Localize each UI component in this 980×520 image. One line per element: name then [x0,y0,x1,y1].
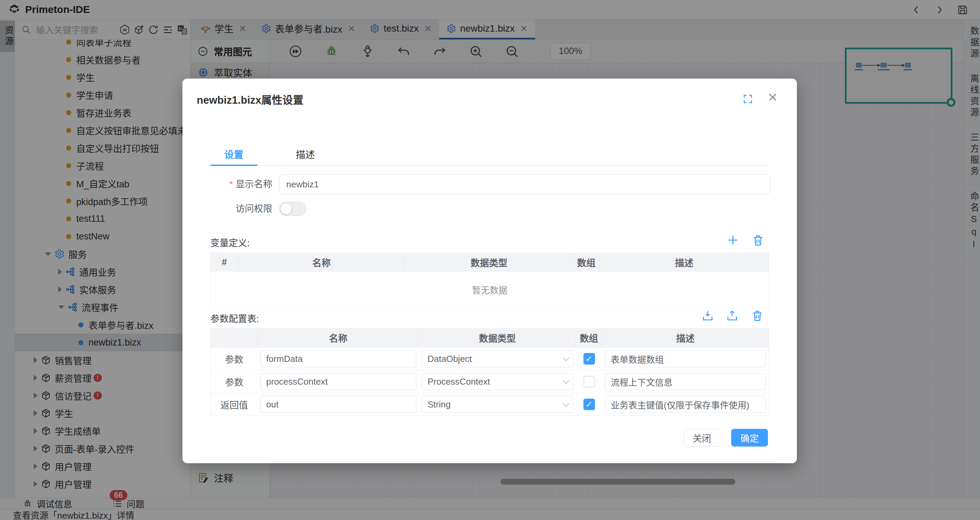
chevron-down-icon [563,377,570,384]
column-header: 名称 [238,253,405,272]
add-variable-icon[interactable] [726,234,739,247]
param-desc-input[interactable]: 表单数据数组 [605,350,766,367]
dialog-tab[interactable]: 描述 [282,145,329,165]
param-name-input[interactable]: out [260,396,416,413]
param-desc-input[interactable]: 流程上下文信息 [605,373,766,390]
param-name-input[interactable]: formData [260,350,416,367]
column-header: 数组 [576,328,602,347]
param-row: 返回值outString✓业务表主键值(仅限于保存事件使用) [211,393,768,415]
param-type-value: String [428,399,451,410]
param-kind-label: 返回值 [211,393,258,415]
properties-dialog: newbiz1.bizx属性设置 ✕ 设置描述 显示名称 newbiz1 访问权… [183,79,797,463]
column-header: # [211,253,238,272]
delete-variable-icon[interactable] [752,234,765,247]
param-array-checkbox[interactable]: ✓ [584,353,595,365]
dialog-tabs: 设置描述 [210,145,769,166]
close-button[interactable]: 关闭 [684,429,720,447]
column-header: 描述 [600,253,768,272]
variables-empty-text: 暂无数据 [211,272,768,308]
access-permission-toggle[interactable] [279,202,306,216]
column-header: 描述 [602,328,768,347]
variables-table: #名称数据类型数组描述 暂无数据 [210,253,769,308]
param-row: 参数formDataDataObject✓表单数据数组 [211,347,768,370]
export-params-icon[interactable] [726,309,739,322]
chevron-down-icon [563,354,570,361]
column-header [211,328,258,347]
param-array-checkbox[interactable]: ✓ [584,399,595,410]
param-name-input[interactable]: processContext [260,373,416,390]
chevron-down-icon [563,400,570,407]
display-name-label: 显示名称 [210,174,272,194]
param-kind-label: 参数 [211,347,258,370]
column-header: 数据类型 [419,328,576,347]
delete-params-icon[interactable] [751,309,764,322]
param-type-select[interactable]: String [422,396,573,413]
dialog-tab[interactable]: 设置 [210,145,257,166]
fullscreen-icon[interactable] [742,94,753,105]
param-kind-label: 参数 [211,370,258,393]
dialog-title: newbiz1.bizx属性设置 [197,92,303,107]
param-row: 参数processContextProcessContext流程上下文信息 [211,370,768,393]
toggle-knob [280,203,292,215]
param-type-value: ProcessContext [428,376,490,387]
param-type-select[interactable]: ProcessContext [422,373,573,390]
variables-section-label: 变量定义: [210,236,250,249]
import-params-icon[interactable] [701,309,714,322]
ok-button[interactable]: 确定 [731,429,768,447]
param-array-checkbox[interactable] [584,376,595,387]
column-header: 数据类型 [405,253,573,272]
param-desc-input[interactable]: 业务表主键值(仅限于保存事件使用) [605,396,766,413]
access-permission-label: 访问权限 [210,202,272,216]
param-type-select[interactable]: DataObject [422,350,573,367]
column-header: 名称 [258,328,419,347]
params-section-label: 参数配置表: [210,312,259,325]
param-type-value: DataObject [428,354,472,364]
column-header: 数组 [573,253,600,272]
close-icon[interactable]: ✕ [768,92,778,104]
params-table: 名称数据类型数组描述 参数formDataDataObject✓表单数据数组参数… [210,328,769,416]
display-name-input[interactable]: newbiz1 [279,174,770,194]
